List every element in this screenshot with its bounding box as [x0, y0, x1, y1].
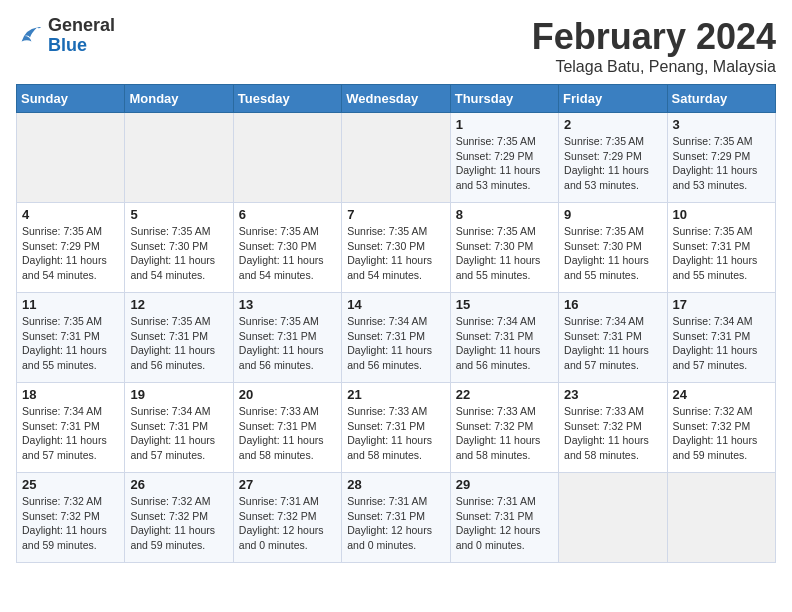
day-number: 14: [347, 297, 444, 312]
day-number: 12: [130, 297, 227, 312]
calendar-cell: 22Sunrise: 7:33 AM Sunset: 7:32 PM Dayli…: [450, 383, 558, 473]
calendar-cell: 2Sunrise: 7:35 AM Sunset: 7:29 PM Daylig…: [559, 113, 667, 203]
calendar-cell: 18Sunrise: 7:34 AM Sunset: 7:31 PM Dayli…: [17, 383, 125, 473]
calendar-cell: 23Sunrise: 7:33 AM Sunset: 7:32 PM Dayli…: [559, 383, 667, 473]
calendar-cell: 7Sunrise: 7:35 AM Sunset: 7:30 PM Daylig…: [342, 203, 450, 293]
day-info: Sunrise: 7:34 AM Sunset: 7:31 PM Dayligh…: [456, 314, 553, 373]
day-info: Sunrise: 7:35 AM Sunset: 7:30 PM Dayligh…: [456, 224, 553, 283]
day-number: 18: [22, 387, 119, 402]
day-info: Sunrise: 7:35 AM Sunset: 7:29 PM Dayligh…: [564, 134, 661, 193]
day-info: Sunrise: 7:32 AM Sunset: 7:32 PM Dayligh…: [130, 494, 227, 553]
calendar-cell: 19Sunrise: 7:34 AM Sunset: 7:31 PM Dayli…: [125, 383, 233, 473]
calendar-cell: [559, 473, 667, 563]
day-info: Sunrise: 7:35 AM Sunset: 7:30 PM Dayligh…: [347, 224, 444, 283]
day-number: 17: [673, 297, 770, 312]
day-info: Sunrise: 7:35 AM Sunset: 7:30 PM Dayligh…: [239, 224, 336, 283]
day-number: 1: [456, 117, 553, 132]
day-number: 10: [673, 207, 770, 222]
day-info: Sunrise: 7:35 AM Sunset: 7:29 PM Dayligh…: [22, 224, 119, 283]
weekday-header-cell: Wednesday: [342, 85, 450, 113]
calendar-cell: 17Sunrise: 7:34 AM Sunset: 7:31 PM Dayli…: [667, 293, 775, 383]
day-info: Sunrise: 7:34 AM Sunset: 7:31 PM Dayligh…: [564, 314, 661, 373]
calendar-cell: 13Sunrise: 7:35 AM Sunset: 7:31 PM Dayli…: [233, 293, 341, 383]
calendar-cell: [667, 473, 775, 563]
day-number: 5: [130, 207, 227, 222]
calendar-body: 1Sunrise: 7:35 AM Sunset: 7:29 PM Daylig…: [17, 113, 776, 563]
day-info: Sunrise: 7:33 AM Sunset: 7:31 PM Dayligh…: [347, 404, 444, 463]
calendar-cell: 21Sunrise: 7:33 AM Sunset: 7:31 PM Dayli…: [342, 383, 450, 473]
day-number: 7: [347, 207, 444, 222]
calendar-week-row: 25Sunrise: 7:32 AM Sunset: 7:32 PM Dayli…: [17, 473, 776, 563]
calendar-week-row: 1Sunrise: 7:35 AM Sunset: 7:29 PM Daylig…: [17, 113, 776, 203]
weekday-header-cell: Tuesday: [233, 85, 341, 113]
day-info: Sunrise: 7:31 AM Sunset: 7:32 PM Dayligh…: [239, 494, 336, 553]
day-info: Sunrise: 7:35 AM Sunset: 7:29 PM Dayligh…: [456, 134, 553, 193]
calendar-cell: 29Sunrise: 7:31 AM Sunset: 7:31 PM Dayli…: [450, 473, 558, 563]
day-number: 29: [456, 477, 553, 492]
calendar-cell: [233, 113, 341, 203]
day-number: 28: [347, 477, 444, 492]
day-info: Sunrise: 7:35 AM Sunset: 7:29 PM Dayligh…: [673, 134, 770, 193]
calendar-table: SundayMondayTuesdayWednesdayThursdayFrid…: [16, 84, 776, 563]
day-number: 3: [673, 117, 770, 132]
calendar-cell: [17, 113, 125, 203]
calendar-cell: 6Sunrise: 7:35 AM Sunset: 7:30 PM Daylig…: [233, 203, 341, 293]
day-info: Sunrise: 7:32 AM Sunset: 7:32 PM Dayligh…: [22, 494, 119, 553]
calendar-week-row: 11Sunrise: 7:35 AM Sunset: 7:31 PM Dayli…: [17, 293, 776, 383]
day-number: 19: [130, 387, 227, 402]
title-block: February 2024 Telaga Batu, Penang, Malay…: [532, 16, 776, 76]
calendar-cell: 11Sunrise: 7:35 AM Sunset: 7:31 PM Dayli…: [17, 293, 125, 383]
day-info: Sunrise: 7:32 AM Sunset: 7:32 PM Dayligh…: [673, 404, 770, 463]
calendar-cell: 26Sunrise: 7:32 AM Sunset: 7:32 PM Dayli…: [125, 473, 233, 563]
calendar-cell: 14Sunrise: 7:34 AM Sunset: 7:31 PM Dayli…: [342, 293, 450, 383]
day-number: 22: [456, 387, 553, 402]
day-number: 2: [564, 117, 661, 132]
day-number: 23: [564, 387, 661, 402]
day-number: 6: [239, 207, 336, 222]
day-number: 15: [456, 297, 553, 312]
calendar-cell: 25Sunrise: 7:32 AM Sunset: 7:32 PM Dayli…: [17, 473, 125, 563]
day-info: Sunrise: 7:31 AM Sunset: 7:31 PM Dayligh…: [456, 494, 553, 553]
day-number: 25: [22, 477, 119, 492]
logo: General Blue: [16, 16, 115, 56]
day-info: Sunrise: 7:35 AM Sunset: 7:31 PM Dayligh…: [22, 314, 119, 373]
calendar-cell: 10Sunrise: 7:35 AM Sunset: 7:31 PM Dayli…: [667, 203, 775, 293]
logo-text: General Blue: [48, 16, 115, 56]
calendar-cell: 27Sunrise: 7:31 AM Sunset: 7:32 PM Dayli…: [233, 473, 341, 563]
calendar-cell: 24Sunrise: 7:32 AM Sunset: 7:32 PM Dayli…: [667, 383, 775, 473]
page-header: General Blue February 2024 Telaga Batu, …: [16, 16, 776, 76]
calendar-cell: 4Sunrise: 7:35 AM Sunset: 7:29 PM Daylig…: [17, 203, 125, 293]
calendar-cell: 8Sunrise: 7:35 AM Sunset: 7:30 PM Daylig…: [450, 203, 558, 293]
day-info: Sunrise: 7:35 AM Sunset: 7:31 PM Dayligh…: [239, 314, 336, 373]
weekday-header-cell: Thursday: [450, 85, 558, 113]
month-title: February 2024: [532, 16, 776, 58]
day-number: 21: [347, 387, 444, 402]
day-info: Sunrise: 7:34 AM Sunset: 7:31 PM Dayligh…: [347, 314, 444, 373]
day-number: 24: [673, 387, 770, 402]
day-number: 16: [564, 297, 661, 312]
day-info: Sunrise: 7:35 AM Sunset: 7:31 PM Dayligh…: [130, 314, 227, 373]
day-number: 4: [22, 207, 119, 222]
calendar-cell: 5Sunrise: 7:35 AM Sunset: 7:30 PM Daylig…: [125, 203, 233, 293]
calendar-cell: 20Sunrise: 7:33 AM Sunset: 7:31 PM Dayli…: [233, 383, 341, 473]
weekday-header-cell: Friday: [559, 85, 667, 113]
calendar-cell: [342, 113, 450, 203]
calendar-cell: [125, 113, 233, 203]
day-number: 9: [564, 207, 661, 222]
day-number: 13: [239, 297, 336, 312]
day-info: Sunrise: 7:34 AM Sunset: 7:31 PM Dayligh…: [130, 404, 227, 463]
calendar-cell: 15Sunrise: 7:34 AM Sunset: 7:31 PM Dayli…: [450, 293, 558, 383]
day-number: 8: [456, 207, 553, 222]
calendar-cell: 3Sunrise: 7:35 AM Sunset: 7:29 PM Daylig…: [667, 113, 775, 203]
calendar-week-row: 4Sunrise: 7:35 AM Sunset: 7:29 PM Daylig…: [17, 203, 776, 293]
day-info: Sunrise: 7:35 AM Sunset: 7:31 PM Dayligh…: [673, 224, 770, 283]
weekday-header-cell: Saturday: [667, 85, 775, 113]
calendar-cell: 12Sunrise: 7:35 AM Sunset: 7:31 PM Dayli…: [125, 293, 233, 383]
day-info: Sunrise: 7:34 AM Sunset: 7:31 PM Dayligh…: [22, 404, 119, 463]
day-info: Sunrise: 7:34 AM Sunset: 7:31 PM Dayligh…: [673, 314, 770, 373]
calendar-cell: 1Sunrise: 7:35 AM Sunset: 7:29 PM Daylig…: [450, 113, 558, 203]
day-info: Sunrise: 7:35 AM Sunset: 7:30 PM Dayligh…: [564, 224, 661, 283]
day-info: Sunrise: 7:33 AM Sunset: 7:32 PM Dayligh…: [456, 404, 553, 463]
day-number: 27: [239, 477, 336, 492]
calendar-cell: 9Sunrise: 7:35 AM Sunset: 7:30 PM Daylig…: [559, 203, 667, 293]
